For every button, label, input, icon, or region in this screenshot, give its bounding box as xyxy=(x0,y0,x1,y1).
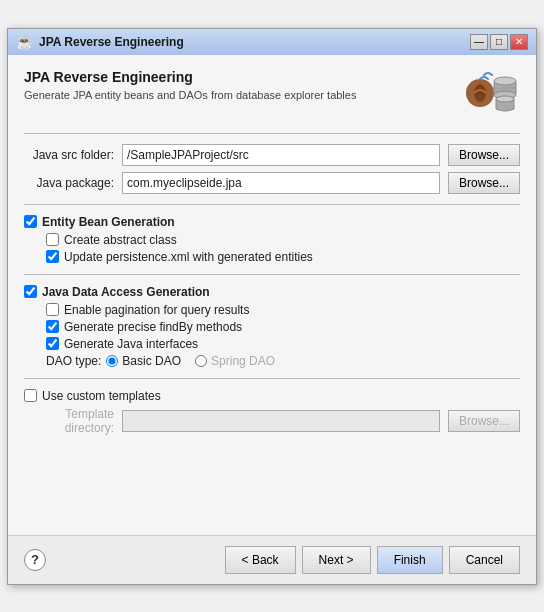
header-icon xyxy=(460,69,520,119)
dao-radio-group: Basic DAO Spring DAO xyxy=(106,354,275,368)
custom-templates-checkbox[interactable] xyxy=(24,389,37,402)
dao-type-label: DAO type: xyxy=(46,354,101,368)
empty-space xyxy=(24,441,520,521)
src-folder-input[interactable] xyxy=(122,144,440,166)
main-window: ☕ JPA Reverse Engineering — □ ✕ JPA Reve… xyxy=(7,28,537,585)
template-directory-input xyxy=(122,410,440,432)
dialog-subtitle: Generate JPA entity beans and DAOs from … xyxy=(24,89,356,101)
header-divider xyxy=(24,133,520,134)
findby-checkbox[interactable] xyxy=(46,320,59,333)
custom-templates-label: Use custom templates xyxy=(42,389,161,403)
interfaces-checkbox[interactable] xyxy=(46,337,59,350)
svg-point-6 xyxy=(496,96,514,102)
entity-generation-checkbox[interactable] xyxy=(24,215,37,228)
help-button[interactable]: ? xyxy=(24,549,46,571)
entity-section-header: Entity Bean Generation xyxy=(24,215,520,229)
abstract-class-row: Create abstract class xyxy=(46,233,520,247)
package-label: Java package: xyxy=(24,176,114,190)
title-bar-left: ☕ JPA Reverse Engineering xyxy=(16,34,184,50)
minimize-button[interactable]: — xyxy=(470,34,488,50)
svg-point-3 xyxy=(494,77,516,85)
package-row: Java package: Browse... xyxy=(24,172,520,194)
dao-divider xyxy=(24,378,520,379)
abstract-class-label: Create abstract class xyxy=(64,233,177,247)
spring-dao-label: Spring DAO xyxy=(211,354,275,368)
form-divider xyxy=(24,204,520,205)
spring-dao-radio[interactable] xyxy=(195,355,207,367)
title-bar-icon: ☕ xyxy=(16,34,33,50)
basic-dao-option: Basic DAO xyxy=(106,354,181,368)
maximize-button[interactable]: □ xyxy=(490,34,508,50)
pagination-row: Enable pagination for query results xyxy=(46,303,520,317)
src-folder-row: Java src folder: Browse... xyxy=(24,144,520,166)
title-bar: ☕ JPA Reverse Engineering — □ ✕ xyxy=(8,29,536,55)
data-access-checkbox[interactable] xyxy=(24,285,37,298)
finish-button[interactable]: Finish xyxy=(377,546,443,574)
pagination-checkbox[interactable] xyxy=(46,303,59,316)
template-directory-row: Template directory: Browse... xyxy=(24,407,520,435)
src-folder-label: Java src folder: xyxy=(24,148,114,162)
close-button[interactable]: ✕ xyxy=(510,34,528,50)
title-bar-text: JPA Reverse Engineering xyxy=(39,35,184,49)
template-browse-button: Browse... xyxy=(448,410,520,432)
src-folder-browse-button[interactable]: Browse... xyxy=(448,144,520,166)
dao-type-row: DAO type: Basic DAO Spring DAO xyxy=(46,354,520,368)
package-input[interactable] xyxy=(122,172,440,194)
update-persistence-row: Update persistence.xml with generated en… xyxy=(46,250,520,264)
data-access-label: Java Data Access Generation xyxy=(42,285,210,299)
back-button[interactable]: < Back xyxy=(225,546,296,574)
update-persistence-checkbox[interactable] xyxy=(46,250,59,263)
content-area: JPA Reverse Engineering Generate JPA ent… xyxy=(8,55,536,535)
template-directory-label: Template directory: xyxy=(24,407,114,435)
header-section: JPA Reverse Engineering Generate JPA ent… xyxy=(24,69,520,119)
findby-label: Generate precise findBy methods xyxy=(64,320,242,334)
next-button[interactable]: Next > xyxy=(302,546,371,574)
basic-dao-radio[interactable] xyxy=(106,355,118,367)
spring-dao-option: Spring DAO xyxy=(195,354,275,368)
header-text: JPA Reverse Engineering Generate JPA ent… xyxy=(24,69,356,101)
custom-templates-row: Use custom templates xyxy=(24,389,520,403)
title-bar-controls: — □ ✕ xyxy=(470,34,528,50)
findby-row: Generate precise findBy methods xyxy=(46,320,520,334)
basic-dao-label: Basic DAO xyxy=(122,354,181,368)
svg-point-1 xyxy=(474,84,486,102)
interfaces-label: Generate Java interfaces xyxy=(64,337,198,351)
abstract-class-checkbox[interactable] xyxy=(46,233,59,246)
pagination-label: Enable pagination for query results xyxy=(64,303,249,317)
entity-section-label: Entity Bean Generation xyxy=(42,215,175,229)
footer-buttons: < Back Next > Finish Cancel xyxy=(225,546,520,574)
data-access-section-header: Java Data Access Generation xyxy=(24,285,520,299)
cancel-button[interactable]: Cancel xyxy=(449,546,520,574)
update-persistence-label: Update persistence.xml with generated en… xyxy=(64,250,313,264)
interfaces-row: Generate Java interfaces xyxy=(46,337,520,351)
dialog-title: JPA Reverse Engineering xyxy=(24,69,356,85)
package-browse-button[interactable]: Browse... xyxy=(448,172,520,194)
footer: ? < Back Next > Finish Cancel xyxy=(8,535,536,584)
entity-divider xyxy=(24,274,520,275)
